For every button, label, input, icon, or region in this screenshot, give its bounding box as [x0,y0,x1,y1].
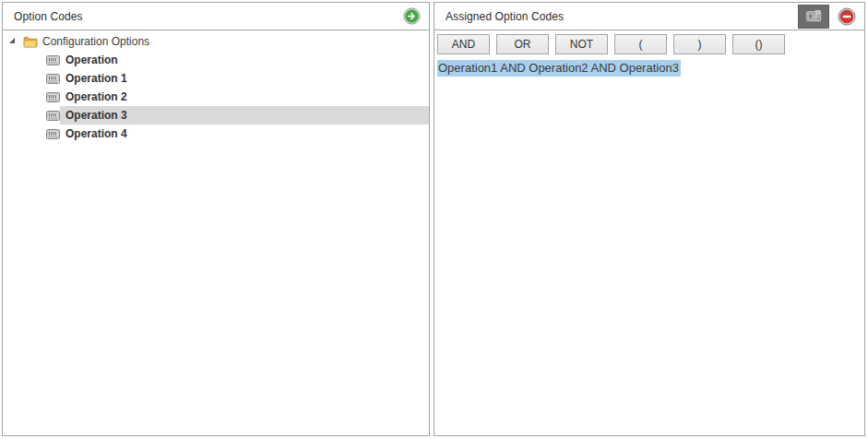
option-codes-panel: Option Codes [2,2,430,436]
option-codes-title: Option Codes [14,10,403,23]
option-code-icon [46,92,60,102]
assigned-option-codes-title: Assigned Option Codes [446,10,798,23]
tree-item-operation[interactable]: Operation 1 [3,69,429,88]
assigned-option-codes-header: Assigned Option Codes [434,3,864,30]
option-code-editor: Option Codes [0,0,868,439]
red-remove-icon [838,7,856,26]
remove-button[interactable] [838,7,856,26]
operator-button[interactable]: NOT [555,34,608,54]
tree-item-operation[interactable]: Operation 3 [3,106,429,125]
option-codes-header: Option Codes [3,3,429,30]
expander-icon[interactable] [9,38,15,43]
option-code-icon [46,129,60,139]
assigned-option-codes-panel: Assigned Option Codes [434,2,865,436]
operator-button[interactable]: ) [673,34,726,54]
operator-button[interactable]: ( [614,34,667,54]
tree-item-label: Operation [65,53,118,66]
folder-icon [23,36,38,48]
assign-option-code-button[interactable] [403,7,421,25]
edit-expression-button[interactable] [798,5,829,29]
option-code-icon [46,55,60,65]
operator-buttons: AND OR NOT ( ) () [437,34,864,54]
option-code-icon [46,74,60,84]
option-codes-tree: Configuration Options Operation [3,30,429,143]
tree-root-configuration-options[interactable]: Configuration Options [3,32,429,51]
tree-item-operation[interactable]: Operation 2 [3,88,429,106]
expression-text[interactable]: Operation1 AND Operation2 AND Operation3 [437,60,681,77]
tree-item-operation[interactable]: Operation 4 [3,125,429,143]
operator-button[interactable]: () [732,34,785,54]
tree-item-label: Operation 1 [65,72,127,85]
tree-item-label: Operation 2 [65,90,127,103]
green-arrow-right-icon [403,7,421,25]
expression-card-icon [806,10,822,22]
tree-item-label: Operation 4 [65,127,127,140]
operator-button[interactable]: AND [437,34,490,54]
tree-item-operation[interactable]: Operation [3,51,429,69]
option-code-icon [46,111,60,121]
operator-button[interactable]: OR [496,34,549,54]
tree-item-label: Operation 3 [65,109,127,122]
tree-root-label: Configuration Options [42,35,149,48]
expression-area[interactable]: Operation1 AND Operation2 AND Operation3 [437,61,862,75]
tree-items: Operation Operation 1 Operation 2 [3,51,429,143]
